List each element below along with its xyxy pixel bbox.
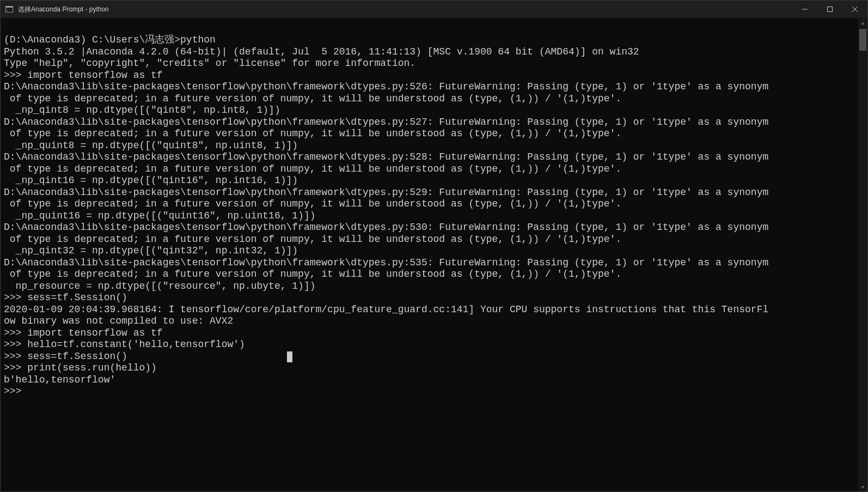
terminal-line: >>> import tensorflow as tf: [4, 70, 855, 82]
terminal-line: D:\Anaconda3\lib\site-packages\tensorflo…: [4, 151, 855, 163]
terminal-window: >_ 选择Anaconda Prompt - python (D:\Anacon…: [0, 0, 868, 492]
terminal-line: Type "help", "copyright", "credits" or "…: [4, 58, 855, 70]
svg-rect-4: [828, 7, 833, 12]
terminal-line: 2020-01-09 20:04:39.968164: I tensorflow…: [4, 304, 855, 316]
terminal-line: np_resource = np.dtype([("resource", np.…: [4, 281, 855, 293]
maximize-button[interactable]: [817, 1, 842, 18]
terminal-line: >>> hello=tf.constant('hello,tensorflow'…: [4, 339, 855, 351]
terminal-line: D:\Anaconda3\lib\site-packages\tensorflo…: [4, 187, 855, 199]
terminal-line: D:\Anaconda3\lib\site-packages\tensorflo…: [4, 222, 855, 234]
terminal-line: of type is deprecated; in a future versi…: [4, 163, 855, 175]
terminal-line: >>> print(sess.run(hello)): [4, 362, 855, 374]
scroll-up-icon[interactable]: ▲: [858, 18, 867, 27]
close-button[interactable]: [842, 1, 867, 18]
terminal-line: of type is deprecated; in a future versi…: [4, 269, 855, 281]
text-cursor: [287, 351, 292, 362]
terminal-line: >>> sess=tf.Session(): [4, 351, 855, 363]
terminal-line: of type is deprecated; in a future versi…: [4, 93, 855, 105]
terminal-line: D:\Anaconda3\lib\site-packages\tensorflo…: [4, 117, 855, 129]
terminal-output[interactable]: (D:\Anaconda3) C:\Users\冯志强>pythonPython…: [1, 18, 858, 491]
terminal-line: _np_qint16 = np.dtype([("qint16", np.int…: [4, 175, 855, 187]
terminal-line: >>> sess=tf.Session(): [4, 292, 855, 304]
terminal-line: _np_quint8 = np.dtype([("quint8", np.uin…: [4, 140, 855, 152]
scroll-down-icon[interactable]: ▼: [858, 482, 867, 491]
terminal-icon: >_: [5, 5, 14, 14]
terminal-line: of type is deprecated; in a future versi…: [4, 128, 855, 140]
window-controls: [792, 1, 867, 18]
window-title: 选择Anaconda Prompt - python: [18, 5, 792, 14]
minimize-button[interactable]: [792, 1, 817, 18]
terminal-line: _np_qint32 = np.dtype([("qint32", np.int…: [4, 245, 855, 257]
titlebar[interactable]: >_ 选择Anaconda Prompt - python: [1, 1, 867, 18]
terminal-line: >>>: [4, 386, 855, 398]
terminal-line: (D:\Anaconda3) C:\Users\冯志强>python: [4, 34, 855, 46]
terminal-line: D:\Anaconda3\lib\site-packages\tensorflo…: [4, 81, 855, 93]
terminal-line: ow binary was not compiled to use: AVX2: [4, 315, 855, 327]
scrollbar-thumb[interactable]: [859, 29, 866, 51]
vertical-scrollbar[interactable]: ▲ ▼: [858, 18, 867, 491]
terminal-line: D:\Anaconda3\lib\site-packages\tensorflo…: [4, 257, 855, 269]
terminal-line: of type is deprecated; in a future versi…: [4, 234, 855, 246]
terminal-line: >>> import tensorflow as tf: [4, 327, 855, 339]
terminal-line: b'hello,tensorflow': [4, 374, 855, 386]
client-area: (D:\Anaconda3) C:\Users\冯志强>pythonPython…: [1, 18, 867, 491]
terminal-line: _np_quint16 = np.dtype([("quint16", np.u…: [4, 210, 855, 222]
terminal-line: _np_qint8 = np.dtype([("qint8", np.int8,…: [4, 105, 855, 117]
terminal-line: of type is deprecated; in a future versi…: [4, 198, 855, 210]
svg-text:>_: >_: [7, 8, 11, 13]
terminal-line: Python 3.5.2 |Anaconda 4.2.0 (64-bit)| (…: [4, 46, 855, 58]
